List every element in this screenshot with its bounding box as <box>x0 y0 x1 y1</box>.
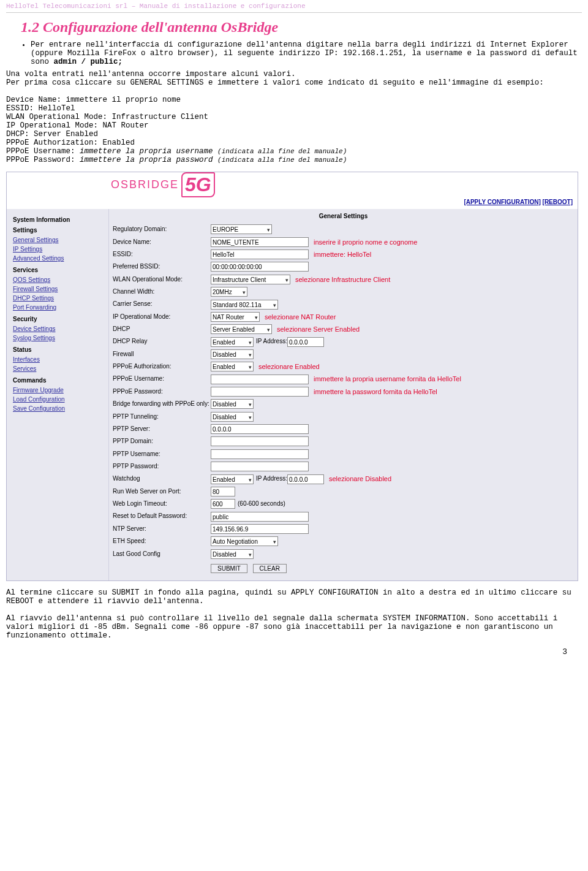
sidebar-item-port-forwarding[interactable]: Port Forwarding <box>13 303 105 312</box>
text-input[interactable] <box>211 449 309 459</box>
annotation: inserire il proprio nome e cognome <box>314 237 417 247</box>
field-hint: (60-600 seconds) <box>238 499 285 509</box>
divider <box>6 12 582 13</box>
para-2: Per prima cosa cliccare su GENERAL SETTI… <box>6 78 582 87</box>
form-row: DHCP RelayEnabled IP Address: 0.0.0.0 <box>113 335 574 348</box>
form-row: PPPoE Password:immettere la password for… <box>113 386 574 398</box>
form-row: ETH Speed:Auto Negotiation <box>113 535 574 547</box>
form-row: PPTP Password: <box>113 460 574 473</box>
text-input[interactable]: 80 <box>211 487 235 496</box>
text-input[interactable]: 00:00:00:00:00:00 <box>211 262 309 272</box>
field-label: Reset to Default Password: <box>113 511 211 521</box>
select-input[interactable]: EUROPE <box>211 224 272 234</box>
field-label: Device Name: <box>113 237 211 247</box>
text-input[interactable]: NOME_UTENTE <box>211 237 309 247</box>
field-label: ESSID: <box>113 249 211 259</box>
field-label: PPPoE Username: <box>113 374 211 384</box>
apply-configuration-link[interactable]: [APPLY CONFIGURATION] <box>464 199 540 205</box>
sidebar-item-interfaces[interactable]: Interfaces <box>13 355 105 364</box>
closing-2: Al riavvio dell'antenna si può controlla… <box>6 614 582 640</box>
text-input[interactable]: public <box>211 512 309 522</box>
form-row: WatchdogEnabled IP Address: 0.0.0.0selez… <box>113 473 574 485</box>
field-label: PPTP Tunneling: <box>113 412 211 422</box>
field-label: PPPoE Authorization: <box>113 362 211 371</box>
submit-button[interactable]: SUBMIT <box>211 564 247 573</box>
sidebar-item-dhcp[interactable]: DHCP Settings <box>13 294 105 303</box>
sidebar-item-general-settings[interactable]: General Settings <box>13 235 105 245</box>
text-input[interactable] <box>211 462 309 471</box>
sidebar-item-load-configuration[interactable]: Load Configuration <box>13 395 105 404</box>
annotation: immettere: HelloTel <box>314 249 371 259</box>
field-label: WLAN Operational Mode: <box>113 275 211 284</box>
status-heading: Status <box>13 346 105 353</box>
select-input[interactable]: Auto Negotiation <box>211 536 278 546</box>
select-input[interactable]: Standard 802.11a <box>211 300 278 310</box>
text-input[interactable] <box>211 375 309 384</box>
select-input[interactable]: Enabled <box>211 337 254 347</box>
form-row: Channel Width:20MHz <box>113 286 574 298</box>
system-information-heading[interactable]: System Information <box>13 216 105 223</box>
field-label: Channel Width: <box>113 287 211 297</box>
cfg-pppoe-pw: PPPoE Password: immettere la propria pas… <box>6 156 582 164</box>
intro-bullet: Per entrare nell'interfaccia di configur… <box>31 40 582 66</box>
form-row: DHCPServer Enabledselezionare Server Ena… <box>113 323 574 335</box>
osbridge-app: OSBRIDGE5G [APPLY CONFIGURATION] [REBOOT… <box>6 172 578 581</box>
services-heading: Services <box>13 267 105 273</box>
field-label: PPTP Domain: <box>113 436 211 446</box>
form-row: PPPoE Authorization:Enabledselezionare E… <box>113 360 574 373</box>
text-input[interactable]: 600 <box>211 499 235 509</box>
sidebar-item-advanced-settings[interactable]: Advanced Settings <box>13 254 105 263</box>
doc-header: HelloTel Telecomunicazioni srl – Manuale… <box>6 0 582 11</box>
text-input[interactable] <box>211 387 309 397</box>
select-input[interactable]: Disabled <box>211 549 254 559</box>
field-label: NTP Server: <box>113 524 211 534</box>
sidebar-item-firewall[interactable]: Firewall Settings <box>13 284 105 294</box>
cfg-pppoe-auth: PPPoE Authorization: Enabled <box>6 139 582 147</box>
commands-heading: Commands <box>13 377 105 384</box>
form-row: PPTP Domain: <box>113 435 574 447</box>
text-input[interactable]: 0.0.0.0 <box>287 474 324 484</box>
select-input[interactable]: Disabled <box>211 349 254 359</box>
select-input[interactable]: Disabled <box>211 412 254 422</box>
form-row: NTP Server:149.156.96.9 <box>113 523 574 535</box>
select-input[interactable]: Server Enabled <box>211 324 272 334</box>
sidebar: System Information Settings General Sett… <box>7 209 109 580</box>
sidebar-item-firmware-upgrade[interactable]: Firmware Upgrade <box>13 386 105 395</box>
content-panel: General Settings Regulatory Domain:EUROP… <box>109 209 578 580</box>
annotation: immettere la propria username fornita da… <box>314 374 461 384</box>
form-row: PPTP Tunneling:Disabled <box>113 410 574 422</box>
field-label: Bridge forwarding with PPPoE only: <box>113 399 211 409</box>
sidebar-item-device-settings[interactable]: Device Settings <box>13 324 105 333</box>
security-heading: Security <box>13 316 105 322</box>
select-input[interactable]: Enabled <box>211 362 254 371</box>
content-title: General Settings <box>113 213 574 219</box>
sidebar-item-ip-settings[interactable]: IP Settings <box>13 245 105 254</box>
select-input[interactable]: Infrastructure Client <box>211 275 290 284</box>
text-input[interactable]: HelloTel <box>211 249 309 259</box>
text-input[interactable] <box>211 436 309 446</box>
form-row: Device Name:NOME_UTENTEinserire il propr… <box>113 235 574 248</box>
form-row: PPTP Server:0.0.0.0 <box>113 423 574 435</box>
closing-1: Al termine cliccare su SUBMIT in fondo a… <box>6 588 582 606</box>
text-input[interactable]: 0.0.0.0 <box>287 337 324 347</box>
annotation: immettere la password fornita da HelloTe… <box>314 387 437 397</box>
text-input[interactable]: 0.0.0.0 <box>211 424 309 434</box>
field-label: Run Web Server on Port: <box>113 487 211 496</box>
cfg-ip-mode: IP Operational Mode: NAT Router <box>6 121 582 130</box>
sidebar-item-syslog-settings[interactable]: Syslog Settings <box>13 333 105 343</box>
text-input[interactable]: 149.156.96.9 <box>211 524 309 534</box>
select-input[interactable]: 20MHz <box>211 287 247 297</box>
cfg-device-name: Device Name: immettere il proprio nome <box>6 96 582 104</box>
sidebar-item-qos[interactable]: QOS Settings <box>13 275 105 284</box>
field-label: ETH Speed: <box>113 536 211 546</box>
select-input[interactable]: Enabled <box>211 474 254 484</box>
reboot-link[interactable]: [REBOOT] <box>543 199 573 205</box>
ip-address-label: IP Address: <box>256 474 287 484</box>
sidebar-item-save-configuration[interactable]: Save Configuration <box>13 404 105 413</box>
section-title: 1.2 Configurazione dell'antenna OsBridge <box>21 19 582 36</box>
select-input[interactable]: NAT Router <box>211 312 260 322</box>
select-input[interactable]: Disabled <box>211 399 254 409</box>
annotation: selezionare Infrastructure Client <box>295 275 390 284</box>
sidebar-item-services[interactable]: Services <box>13 364 105 373</box>
clear-button[interactable]: CLEAR <box>253 564 287 573</box>
